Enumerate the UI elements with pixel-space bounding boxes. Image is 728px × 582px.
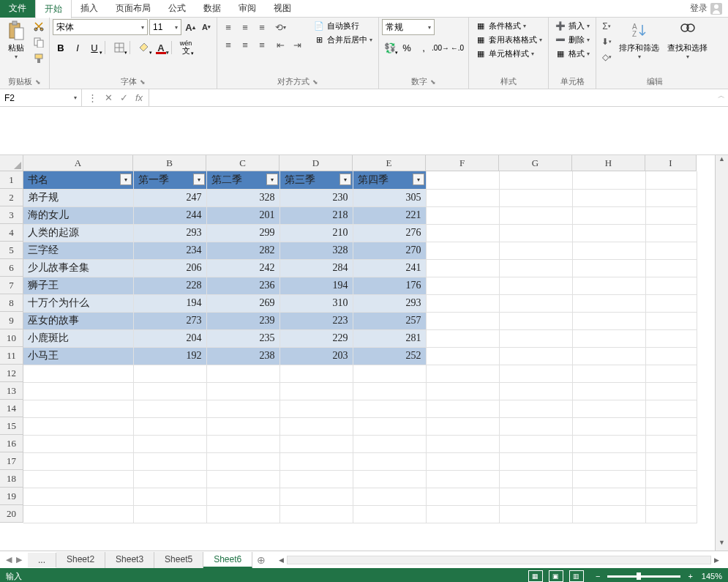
merge-center-button[interactable]: ⊞合并后居中▾ <box>310 33 375 46</box>
cell[interactable] <box>499 452 572 470</box>
cell[interactable] <box>426 206 499 224</box>
table-header-cell[interactable]: 第二季▾ <box>206 171 279 189</box>
align-middle-button[interactable]: ≡ <box>237 19 253 35</box>
cell[interactable] <box>645 259 697 277</box>
cell[interactable]: 210 <box>279 224 353 242</box>
align-right-button[interactable]: ≡ <box>254 37 270 53</box>
column-header-C[interactable]: C <box>206 155 279 171</box>
cell[interactable] <box>572 470 645 488</box>
cell[interactable] <box>572 435 645 452</box>
row-header-15[interactable]: 15 <box>0 417 23 435</box>
row-header-3[interactable]: 3 <box>0 206 23 224</box>
cell[interactable] <box>426 224 499 242</box>
filter-button[interactable]: ▾ <box>120 174 132 185</box>
column-header-G[interactable]: G <box>499 155 572 171</box>
table-header-cell[interactable]: 第三季▾ <box>279 171 353 189</box>
cell[interactable] <box>645 488 697 505</box>
row-header-7[interactable]: 7 <box>0 277 23 294</box>
cell[interactable] <box>353 488 426 505</box>
cell[interactable]: 228 <box>133 277 206 294</box>
cell[interactable] <box>499 417 572 435</box>
cell[interactable] <box>645 242 697 259</box>
column-header-I[interactable]: I <box>645 155 697 171</box>
cell[interactable]: 三字经 <box>23 242 133 259</box>
row-header-19[interactable]: 19 <box>0 488 23 505</box>
sheet-tab-sheet2[interactable]: Sheet2 <box>56 552 105 568</box>
number-format-select[interactable]: 常规▾ <box>382 19 435 35</box>
cell[interactable] <box>645 400 697 417</box>
cell[interactable] <box>133 470 206 488</box>
cell[interactable] <box>645 382 697 400</box>
cell[interactable] <box>572 224 645 242</box>
cell[interactable] <box>353 435 426 452</box>
cell[interactable] <box>206 365 279 382</box>
row-header-17[interactable]: 17 <box>0 452 23 470</box>
hscroll-right-button[interactable]: ▶ <box>711 556 722 564</box>
zoom-slider[interactable] <box>607 575 680 578</box>
cell[interactable] <box>426 312 499 329</box>
cell[interactable] <box>206 470 279 488</box>
table-format-button[interactable]: ▦套用表格格式▾ <box>472 33 545 46</box>
column-header-B[interactable]: B <box>133 155 206 171</box>
column-header-E[interactable]: E <box>353 155 426 171</box>
cell[interactable]: 194 <box>133 294 206 312</box>
cell[interactable] <box>279 488 353 505</box>
cell[interactable] <box>279 400 353 417</box>
cell[interactable] <box>499 329 572 347</box>
cell[interactable] <box>133 400 206 417</box>
percent-format-button[interactable]: % <box>399 40 415 56</box>
horizontal-scrollbar[interactable] <box>287 556 711 564</box>
cell[interactable] <box>206 488 279 505</box>
cell[interactable] <box>645 435 697 452</box>
row-header-2[interactable]: 2 <box>0 189 23 206</box>
cell[interactable]: 293 <box>133 224 206 242</box>
cell[interactable]: 281 <box>353 329 426 347</box>
tab-formulas[interactable]: 公式 <box>160 0 195 18</box>
borders-button[interactable]: ▾ <box>111 40 127 56</box>
cell[interactable] <box>23 365 133 382</box>
select-all-corner[interactable] <box>0 155 23 171</box>
cell[interactable] <box>353 382 426 400</box>
cell[interactable] <box>572 206 645 224</box>
cell[interactable] <box>645 294 697 312</box>
cell[interactable] <box>572 382 645 400</box>
cell[interactable]: 234 <box>133 242 206 259</box>
cell[interactable]: 192 <box>133 347 206 365</box>
cell[interactable]: 十万个为什么 <box>23 294 133 312</box>
sheet-tab-sheet5[interactable]: Sheet5 <box>154 552 203 568</box>
wrap-text-button[interactable]: 📄自动换行 <box>310 19 375 32</box>
cell[interactable] <box>499 206 572 224</box>
row-header-1[interactable]: 1 <box>0 171 23 189</box>
cell[interactable] <box>353 365 426 382</box>
clear-button[interactable]: ◇▾ <box>599 50 614 64</box>
cell[interactable] <box>279 505 353 523</box>
cancel-formula-button[interactable]: ✕ <box>105 92 113 103</box>
row-header-20[interactable]: 20 <box>0 505 23 523</box>
cell[interactable]: 201 <box>206 206 279 224</box>
cell-styles-button[interactable]: ▦单元格样式▾ <box>472 47 545 60</box>
cell[interactable] <box>353 417 426 435</box>
align-center-button[interactable]: ≡ <box>237 37 253 53</box>
row-header-18[interactable]: 18 <box>0 470 23 488</box>
font-color-button[interactable]: A▾ <box>153 40 169 56</box>
cell[interactable] <box>572 312 645 329</box>
zoom-out-button[interactable]: − <box>593 572 603 581</box>
cell[interactable] <box>426 400 499 417</box>
cell[interactable] <box>23 435 133 452</box>
table-header-cell[interactable]: 第四季▾ <box>353 171 426 189</box>
tab-home[interactable]: 开始 <box>35 0 72 18</box>
zoom-in-button[interactable]: + <box>685 572 695 581</box>
cell[interactable]: 223 <box>279 312 353 329</box>
cell[interactable] <box>23 488 133 505</box>
orientation-button[interactable]: ⟲▾ <box>272 19 288 35</box>
comma-format-button[interactable]: , <box>416 40 432 56</box>
decrease-font-button[interactable]: A▾ <box>199 19 214 35</box>
cell[interactable] <box>426 277 499 294</box>
decrease-indent-button[interactable]: ⇤ <box>272 37 288 53</box>
sheet-nav-next[interactable]: ▶ <box>16 555 22 564</box>
cell[interactable] <box>279 452 353 470</box>
cell[interactable] <box>426 189 499 206</box>
cell[interactable] <box>645 312 697 329</box>
sheet-tab-sheet6[interactable]: Sheet6 <box>203 552 252 568</box>
increase-font-button[interactable]: A▴ <box>183 19 198 35</box>
